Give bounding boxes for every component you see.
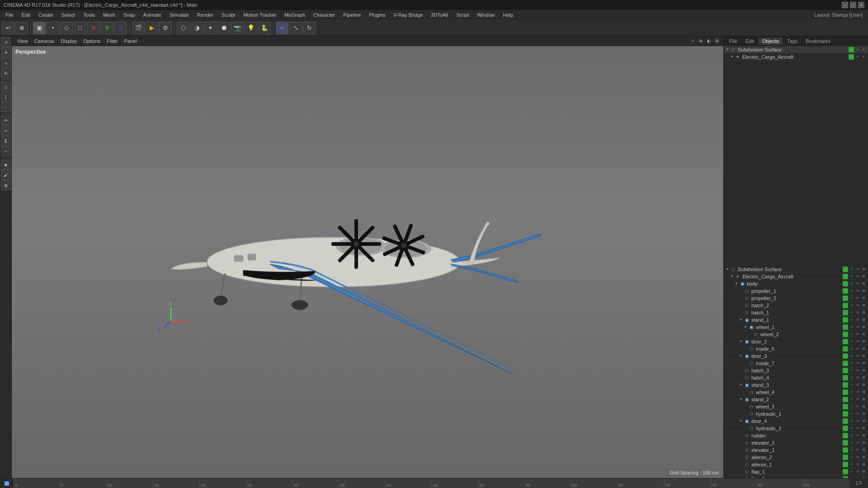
menu-vray[interactable]: V-Ray Bridge (390, 11, 427, 19)
wheel_1-x[interactable]: ✕ (855, 324, 860, 330)
elevator_2-dot2[interactable]: ⊞ (861, 440, 866, 446)
hatch_4-vis-dot[interactable] (843, 375, 848, 380)
obj-row-inside_6[interactable]: ⬡inside_6✓✕⊞ (724, 345, 868, 352)
subdiv-check-icon[interactable]: ✓ (855, 47, 860, 52)
minimize-button[interactable]: — (842, 2, 848, 8)
flap_1-vis-dot[interactable] (843, 469, 848, 474)
Subdivision Surface-x[interactable]: ✕ (855, 267, 860, 272)
wheel_2-check[interactable]: ✓ (849, 332, 854, 337)
obj-row-door_2[interactable]: ▼▣door_2✓✕⊞ (724, 338, 868, 345)
door_4-check[interactable]: ✓ (849, 418, 854, 424)
hydraulic_1-vis-dot[interactable] (843, 411, 848, 417)
viewport-split-icon[interactable]: ⊞ (713, 38, 721, 45)
hatch_1-dot2[interactable]: ⊞ (861, 310, 866, 315)
flap_1-x[interactable]: ✕ (855, 469, 860, 474)
wheel_2-x[interactable]: ✕ (855, 332, 860, 337)
obj-row-aileron_1[interactable]: ⬡aileron_1✓✕⊞ (724, 461, 868, 468)
stand_3-x[interactable]: ✕ (855, 382, 860, 388)
menu-mesh[interactable]: Mesh (99, 11, 119, 19)
menu-help[interactable]: Help (500, 11, 517, 19)
inside_7-dot2[interactable]: ⊞ (861, 361, 866, 366)
obj-row-hydraulic_1[interactable]: ⬡hydraulic_1✓✕⊞ (724, 410, 868, 418)
aircraft-x[interactable]: ✕ (861, 54, 866, 60)
model-mode-button[interactable]: ▣ (33, 22, 46, 34)
wheel_2-dot2[interactable]: ⊞ (861, 332, 866, 337)
door_4-vis-dot[interactable] (843, 418, 848, 424)
Electric_Cargo_Aircraft-vis-dot[interactable] (843, 274, 848, 279)
vp-display-menu[interactable]: Display (58, 38, 80, 45)
hydraulic_1-check[interactable]: ✓ (849, 411, 854, 417)
tab-bookmarks[interactable]: Bookmarks (802, 38, 834, 45)
body-x[interactable]: ✕ (855, 281, 860, 286)
z-axis-button[interactable]: Z (114, 22, 127, 34)
inside_7-vis-dot[interactable] (843, 361, 848, 366)
obj-row-Electric_Cargo_Aircraft[interactable]: ▼✈Electric_Cargo_Aircraft✓✕⊞ (724, 273, 868, 280)
polygon-mode-button[interactable]: □ (74, 22, 86, 34)
stand_3-check[interactable]: ✓ (849, 382, 854, 388)
tool-polygon[interactable]: △ (1, 81, 11, 91)
tool-material[interactable]: ◈ (1, 160, 11, 169)
propeller_1-dot2[interactable]: ⊞ (861, 288, 866, 294)
hydraulic_2-x[interactable]: ✕ (855, 426, 860, 431)
body-vis-dot[interactable] (843, 281, 848, 286)
door_3-vis-dot[interactable] (843, 353, 848, 359)
tool-knife[interactable]: ✂ (1, 126, 11, 136)
undo-button[interactable]: ↩ (2, 22, 14, 34)
vp-view-menu[interactable]: View (14, 38, 31, 45)
hatch_2-dot2[interactable]: ⊞ (861, 303, 866, 308)
obj-row-wheel_1[interactable]: ▼▣wheel_1✓✕⊞ (724, 324, 868, 331)
hatch_4-check[interactable]: ✓ (849, 375, 854, 380)
obj-row-rudder[interactable]: ⬡rudder✓✕⊞ (724, 432, 868, 439)
obj-row-propeller_1[interactable]: ⬡propeller_1✓✕⊞ (724, 287, 868, 295)
obj-row-hatch_3[interactable]: ⬡hatch_3✓✕⊞ (724, 367, 868, 374)
x-axis-button[interactable]: ✕ (87, 22, 100, 34)
add-light-button[interactable]: 💡 (245, 22, 257, 34)
hatch_1-check[interactable]: ✓ (849, 310, 854, 315)
menu-motion-tracker[interactable]: Motion Tracker (240, 11, 280, 19)
render-button[interactable]: ▶ (146, 22, 158, 34)
obj-row-hatch_1[interactable]: ⬡hatch_1✓✕⊞ (724, 309, 868, 316)
obj-row-flap_1[interactable]: ⬡flap_1✓✕⊞ (724, 468, 868, 475)
subdiv-x-icon[interactable]: ✕ (861, 47, 866, 52)
render-settings-button[interactable]: ⚙ (159, 22, 172, 34)
door_2-x[interactable]: ✕ (855, 339, 860, 344)
elevator_1-check[interactable]: ✓ (849, 447, 854, 453)
hatch_3-x[interactable]: ✕ (855, 368, 860, 373)
stand_3-dot2[interactable]: ⊞ (861, 382, 866, 388)
tab-file[interactable]: File (726, 38, 741, 45)
elevator_2-x[interactable]: ✕ (855, 440, 860, 446)
hatch_1-vis-dot[interactable] (843, 310, 848, 315)
rudder-check[interactable]: ✓ (849, 433, 854, 438)
add-deformer-button[interactable]: ✦ (204, 22, 217, 34)
obj-row-wheel_2[interactable]: ⬡wheel_2✓✕⊞ (724, 331, 868, 338)
aileron_2-x[interactable]: ✕ (855, 455, 860, 460)
menu-edit[interactable]: Edit (18, 11, 34, 19)
stand_1-vis-dot[interactable] (843, 317, 848, 323)
Electric_Cargo_Aircraft-dot2[interactable]: ⊞ (861, 274, 866, 279)
menu-simulate[interactable]: Simulate (166, 11, 193, 19)
menu-plugins[interactable]: Plugins (365, 11, 389, 19)
aileron_1-x[interactable]: ✕ (855, 462, 860, 467)
obj-row-hatch_4[interactable]: ⬡hatch_4✓✕⊞ (724, 374, 868, 381)
menu-window[interactable]: Window (473, 11, 498, 19)
hydraulic_2-vis-dot[interactable] (843, 426, 848, 431)
aileron_2-dot2[interactable]: ⊞ (861, 455, 866, 460)
door_2-vis-dot[interactable] (843, 339, 848, 344)
propeller_1-x[interactable]: ✕ (855, 288, 860, 294)
obj-row-propeller_2[interactable]: ⬡propeller_2✓✕⊞ (724, 295, 868, 302)
obj-row-door_3[interactable]: ▼▣door_3✓✕⊞ (724, 352, 868, 360)
inside_6-x[interactable]: ✕ (855, 346, 860, 352)
tool-scale[interactable]: ⤡ (1, 58, 11, 68)
rotate-tool-button[interactable]: ↻ (303, 22, 316, 34)
obj-row-elevator_1[interactable]: ⬡elevator_1✓✕⊞ (724, 446, 868, 454)
add-effector-button[interactable]: ⬟ (217, 22, 230, 34)
tab-tags[interactable]: Tags (783, 38, 801, 45)
viewport[interactable]: X Y Z Perspective Grid Spacing : 100 cm (12, 46, 723, 478)
aileron_2-vis-dot[interactable] (843, 455, 848, 460)
door_3-check[interactable]: ✓ (849, 353, 854, 359)
new-button[interactable]: ⊕ (15, 22, 28, 34)
menu-pipeline[interactable]: Pipeline (340, 11, 364, 19)
move-tool-button[interactable]: ↔ (276, 22, 288, 34)
obj-row-elevator_2[interactable]: ⬡elevator_2✓✕⊞ (724, 439, 868, 446)
obj-row-hatch_2[interactable]: ⬡hatch_2✓✕⊞ (724, 302, 868, 309)
